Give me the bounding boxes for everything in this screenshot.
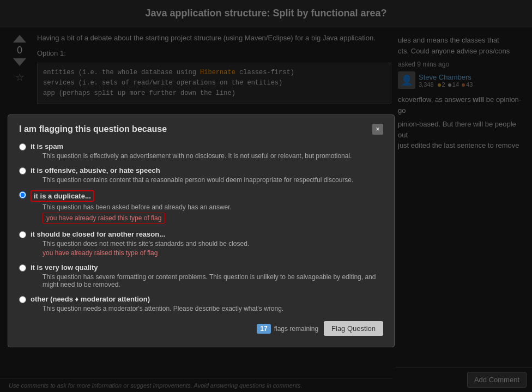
flags-badge: 17 — [257, 324, 270, 334]
option-low-quality-desc: This question has severe formatting or c… — [43, 273, 383, 288]
option-close-title: it should be closed for another reason..… — [31, 230, 165, 238]
option-spam-title: it is spam — [31, 142, 63, 150]
option-close-desc: This question does not meet this site's … — [43, 240, 249, 248]
already-raised-plain: you have already raised this type of fla… — [43, 249, 249, 257]
flags-remaining: 17 flags remaining — [257, 324, 318, 334]
radio-low-quality[interactable] — [19, 264, 26, 272]
dialog-title: I am flagging this question because — [19, 124, 167, 134]
option-duplicate-title: it is a duplicate... — [31, 192, 94, 200]
dialog-close-button[interactable]: × — [372, 124, 383, 135]
already-raised-bordered: you have already raised this type of fla… — [43, 213, 165, 224]
radio-close[interactable] — [19, 231, 26, 238]
flag-option-offensive: it is offensive, abusive, or hate speech… — [19, 166, 383, 184]
option-duplicate-desc: This question has been asked before and … — [43, 203, 232, 211]
flag-option-low-quality: it is very low quality This question has… — [19, 263, 383, 288]
option-moderator-desc: This question needs a moderator's attent… — [43, 305, 283, 312]
flag-option-duplicate: it is a duplicate... This question has b… — [19, 190, 383, 224]
option-low-quality-title: it is very low quality — [31, 263, 98, 272]
flag-option-close: it should be closed for another reason..… — [19, 230, 383, 257]
dialog-footer: 17 flags remaining Flag Question — [19, 321, 383, 336]
flag-option-moderator: other (needs ♦ moderator attention) This… — [19, 295, 383, 312]
radio-offensive[interactable] — [19, 167, 26, 174]
flag-option-spam: it is spam This question is effectively … — [19, 142, 383, 160]
flag-dialog: I am flagging this question because × it… — [8, 114, 395, 347]
option-moderator-title: other (needs ♦ moderator attention) — [31, 295, 150, 303]
option-offensive-title: it is offensive, abusive, or hate speech — [31, 166, 160, 174]
radio-spam[interactable] — [19, 143, 26, 150]
flags-remaining-label: flags remaining — [274, 325, 318, 333]
radio-moderator[interactable] — [19, 296, 26, 303]
dialog-header: I am flagging this question because × — [19, 124, 383, 135]
option-spam-desc: This question is effectively an advertis… — [43, 152, 352, 160]
flag-question-button[interactable]: Flag Question — [324, 321, 383, 336]
option-offensive-desc: This question contains content that a re… — [43, 176, 353, 184]
radio-duplicate[interactable] — [19, 191, 26, 198]
